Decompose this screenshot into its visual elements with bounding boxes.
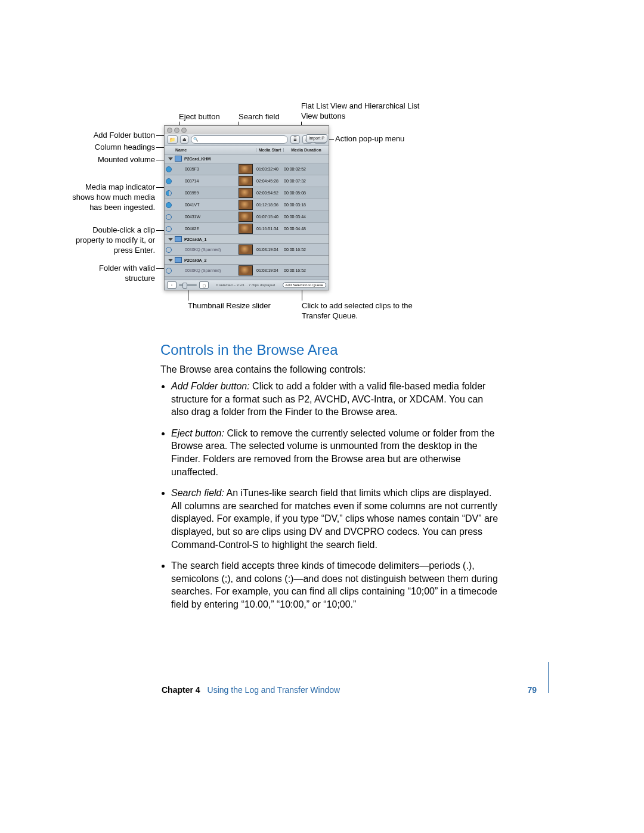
list-item: The search field accepts three kinds of … — [171, 559, 500, 611]
label-folder-valid: Folder with valid structure — [72, 264, 155, 284]
chapter-label: Chapter 4 — [162, 685, 200, 695]
volume-icon — [175, 236, 182, 242]
browse-area-figure: Eject button Search field Flat List View… — [78, 101, 566, 322]
search-input[interactable]: 🔍 — [191, 135, 288, 144]
thumb-small-icon[interactable]: ▫ — [167, 281, 177, 289]
label-action-popup: Action pop-up menu — [335, 134, 404, 144]
media-duration-value[interactable]: 00:00:02:52 — [284, 167, 329, 171]
volume-name: P2Card_KHM — [184, 157, 210, 161]
eject-icon: ⏏ — [182, 137, 187, 142]
term: Search field: — [171, 488, 224, 498]
label-double-click: Double-click a clip property to modify i… — [72, 225, 155, 256]
section-intro: The Browse area contains the following c… — [160, 363, 500, 376]
clip-thumbnail — [239, 176, 253, 186]
page-number: 79 — [527, 685, 537, 695]
item-text: The search field accepts three kinds of … — [171, 561, 498, 609]
media-start-value[interactable]: 02:04:45:28 — [256, 179, 284, 183]
disclosure-triangle-icon[interactable] — [168, 238, 173, 241]
clip-name[interactable]: 003714 — [173, 179, 239, 183]
list-item: Search field: An iTunes-like search fiel… — [171, 487, 500, 551]
label-flat-hier: Flat List View and Hierarchical List Vie… — [301, 101, 420, 122]
search-icon: 🔍 — [193, 137, 199, 142]
media-map-indicator — [165, 247, 173, 253]
label-add-folder: Add Folder button — [72, 131, 155, 141]
footer-rule — [548, 662, 549, 693]
media-duration-value[interactable]: 00:00:07:32 — [284, 179, 329, 183]
controls-list: Add Folder button: Click to add a folder… — [160, 380, 500, 611]
label-eject: Eject button — [179, 112, 220, 122]
clip-row[interactable]: 00431W01:07:15:4000:00:03:44 — [165, 211, 329, 223]
column-media-start[interactable]: Media Start — [256, 148, 284, 152]
media-duration-value[interactable]: 00:00:16:52 — [284, 268, 329, 272]
clip-row[interactable]: 00395902:00:54:5200:00:05:08 — [165, 187, 329, 199]
media-duration-value[interactable]: 00:00:03:18 — [284, 203, 329, 207]
column-media-duration[interactable]: Media Duration — [284, 148, 329, 152]
label-queue-button: Click to add selected clips to the Trans… — [302, 301, 415, 321]
clip-row[interactable]: 0035F301:03:32:4000:00:02:52 — [165, 163, 329, 175]
clip-row[interactable]: 0041VT01:12:18:3600:00:03:18 — [165, 199, 329, 211]
disclosure-triangle-icon[interactable] — [168, 157, 173, 160]
thumb-large-icon[interactable]: ◻ — [199, 281, 209, 289]
clip-row[interactable]: 0030KQ (Spanned) 01:03:19:04 00:00:16:52 — [165, 244, 329, 256]
clip-name[interactable]: 00431W — [173, 215, 239, 219]
media-map-indicator — [165, 268, 173, 274]
thumbnail-resize-slider[interactable] — [179, 284, 197, 286]
clip-name[interactable]: 0030KQ (Spanned) — [173, 268, 239, 272]
media-start-value[interactable]: 01:16:51:34 — [256, 227, 284, 231]
clip-thumbnail — [239, 244, 253, 255]
add-selection-to-queue-button[interactable]: Add Selection to Queue — [283, 282, 326, 288]
traffic-light-icon[interactable] — [167, 128, 172, 133]
clip-name[interactable]: 0041VT — [173, 203, 239, 207]
media-start-value[interactable]: 01:07:15:40 — [256, 215, 284, 219]
media-map-indicator — [165, 178, 173, 184]
term: Add Folder button: — [171, 381, 250, 391]
volume-row[interactable]: P2CardA_1 — [165, 235, 329, 244]
clip-row[interactable]: 0030KQ (Spanned) 01:03:19:04 00:00:16:52 — [165, 265, 329, 277]
media-start-value[interactable]: 02:00:54:52 — [256, 191, 284, 195]
media-map-indicator — [165, 202, 173, 208]
media-map-indicator — [165, 166, 173, 172]
media-duration-value[interactable]: 00:00:16:52 — [284, 247, 329, 252]
list-icon: ≣ — [293, 137, 297, 142]
clip-row[interactable]: 00462E01:16:51:3400:00:04:48 — [165, 223, 329, 235]
import-preferences-button[interactable]: Import P — [306, 134, 327, 143]
media-duration-value[interactable]: 00:00:04:48 — [284, 227, 329, 231]
label-thumb-slider: Thumbnail Resize slider — [188, 301, 271, 311]
browse-footer: ▫ ◻ 0 selected – 3 vol… 7 clips displaye… — [165, 280, 329, 290]
window-titlebar — [165, 126, 329, 134]
list-item: Eject button: Click to remove the curren… — [171, 427, 500, 478]
traffic-light-icon[interactable] — [174, 128, 179, 133]
clip-row[interactable]: 00371402:04:45:2800:00:07:32 — [165, 175, 329, 187]
page: Eject button Search field Flat List View… — [0, 0, 644, 833]
clip-name[interactable]: 0035F3 — [173, 167, 239, 171]
clip-name[interactable]: 00462E — [173, 227, 239, 231]
add-folder-button[interactable]: 📁 — [167, 135, 178, 144]
traffic-light-icon[interactable] — [181, 128, 187, 133]
list-item: Add Folder button: Click to add a folder… — [171, 380, 500, 419]
clip-thumbnail — [239, 265, 253, 275]
column-name[interactable]: Name — [165, 148, 256, 152]
clip-thumbnail — [239, 224, 253, 234]
clip-name[interactable]: 003959 — [173, 191, 239, 195]
label-mounted-volume: Mounted volume — [72, 155, 155, 165]
clip-thumbnail — [239, 188, 253, 198]
disclosure-triangle-icon[interactable] — [168, 259, 173, 262]
eject-button[interactable]: ⏏ — [180, 135, 188, 144]
flat-list-view-button[interactable]: ≣ — [290, 135, 300, 144]
media-duration-value[interactable]: 00:00:05:08 — [284, 191, 329, 195]
clip-name[interactable]: 0030KQ (Spanned) — [173, 247, 239, 252]
media-duration-value[interactable]: 00:00:03:44 — [284, 215, 329, 219]
term: Eject button: — [171, 428, 224, 438]
media-start-value[interactable]: 01:03:19:04 — [256, 268, 284, 272]
volume-icon — [175, 156, 182, 162]
volume-name: P2CardA_2 — [184, 258, 206, 262]
media-start-value[interactable]: 01:12:18:36 — [256, 203, 284, 207]
media-start-value[interactable]: 01:03:19:04 — [256, 247, 284, 252]
volume-row[interactable]: P2CardA_2 — [165, 256, 329, 265]
media-map-indicator — [165, 226, 173, 232]
media-map-indicator — [165, 214, 173, 220]
media-start-value[interactable]: 01:03:32:40 — [256, 167, 284, 171]
clip-thumbnail — [239, 164, 253, 174]
label-media-map: Media map indicator shows how much media… — [72, 182, 155, 213]
volume-row[interactable]: P2Card_KHM — [165, 154, 329, 163]
